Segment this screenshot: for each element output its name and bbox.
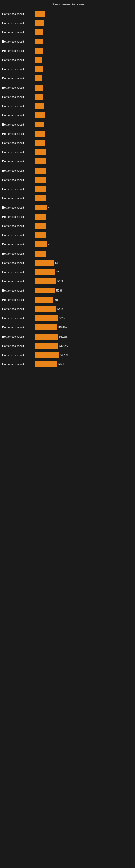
bar-label: Bottleneck result <box>0 243 35 246</box>
bar-track <box>35 66 132 72</box>
bar-track <box>35 85 132 91</box>
bar-label: Bottleneck result <box>0 280 35 283</box>
bar-track <box>35 112 132 118</box>
bar-fill <box>35 278 56 284</box>
bar-row: Bottleneck result <box>0 74 132 82</box>
bar-row: Bottleneck result <box>0 222 132 230</box>
bar-fill <box>35 177 46 183</box>
bar-track <box>35 223 132 229</box>
bar-track: 55.4% <box>35 324 132 330</box>
bar-track: 54.3 <box>35 278 132 284</box>
bar-row: Bottleneck result <box>0 10 132 18</box>
bar-row: Bottleneck result52.9 <box>0 287 132 294</box>
bar-label: Bottleneck result <box>0 326 35 329</box>
bar-fill <box>35 287 55 293</box>
bar-fill <box>35 66 43 72</box>
bar-value: 54.2 <box>57 307 63 311</box>
bar-row: Bottleneck result <box>0 231 132 239</box>
bar-label: Bottleneck result <box>0 289 35 292</box>
bar-track <box>35 57 132 63</box>
bar-label: Bottleneck result <box>0 178 35 182</box>
bar-track <box>35 214 132 220</box>
bar-row: Bottleneck result55.4% <box>0 323 132 331</box>
bar-label: Bottleneck result <box>0 104 35 108</box>
bar-track <box>35 167 132 174</box>
bar-fill <box>35 38 43 44</box>
bar-row: Bottleneck result <box>0 121 132 128</box>
bar-label: Bottleneck result <box>0 22 35 25</box>
bar-fill <box>35 205 47 211</box>
bar-track <box>35 48 132 54</box>
bar-row: Bottleneck result56% <box>0 314 132 322</box>
bar-row: Bottleneck result56.2% <box>0 333 132 340</box>
bar-fill <box>35 186 46 192</box>
bar-fill <box>35 20 44 26</box>
bar-track <box>35 103 132 109</box>
bar-row: Bottleneck result <box>0 56 132 64</box>
bar-fill <box>35 167 46 174</box>
bar-row: Bottleneck result55.1 <box>0 361 132 368</box>
bar-label: Bottleneck result <box>0 169 35 172</box>
bar-label: Bottleneck result <box>0 58 35 62</box>
bar-value: 4 <box>48 243 50 246</box>
bar-row: Bottleneck result54.2 <box>0 305 132 313</box>
bar-fill <box>35 48 43 54</box>
bar-row: Bottleneck result52. <box>0 268 132 276</box>
bar-label: Bottleneck result <box>0 316 35 320</box>
bar-fill <box>35 223 46 229</box>
bar-track: 50 <box>35 297 132 303</box>
bar-row: Bottleneck result <box>0 194 132 202</box>
bar-value: 56.6% <box>59 344 68 347</box>
bar-track <box>35 177 132 183</box>
bar-value: 55.4% <box>58 326 67 329</box>
bar-label: Bottleneck result <box>0 49 35 52</box>
bar-label: Bottleneck result <box>0 344 35 347</box>
bar-fill <box>35 324 57 330</box>
bar-track: 4 <box>35 205 132 211</box>
bar-value: 50 <box>54 298 58 301</box>
bar-track <box>35 232 132 238</box>
bar-fill <box>35 343 58 349</box>
bar-label: Bottleneck result <box>0 234 35 237</box>
bar-row: Bottleneck result50 <box>0 296 132 304</box>
bar-track: 56.6% <box>35 343 132 349</box>
bar-value: 52.9 <box>56 289 62 292</box>
bar-row: Bottleneck result <box>0 65 132 73</box>
bar-track <box>35 195 132 201</box>
bar-label: Bottleneck result <box>0 261 35 265</box>
bar-row: Bottleneck result51 <box>0 259 132 267</box>
bar-row: Bottleneck result4 <box>0 241 132 248</box>
bar-label: Bottleneck result <box>0 12 35 16</box>
bar-label: Bottleneck result <box>0 123 35 126</box>
bar-value: 51 <box>55 261 58 265</box>
bar-label: Bottleneck result <box>0 197 35 200</box>
bar-fill <box>35 260 54 266</box>
bar-label: Bottleneck result <box>0 335 35 338</box>
site-title: TheBottlenecker.com <box>51 2 84 6</box>
bar-fill <box>35 214 46 220</box>
bar-track <box>35 11 132 17</box>
bar-track: 54.2 <box>35 306 132 312</box>
bar-fill <box>35 306 56 312</box>
bar-label: Bottleneck result <box>0 363 35 366</box>
bar-fill <box>35 158 46 164</box>
bar-row: Bottleneck result <box>0 250 132 257</box>
bar-track: 57.1% <box>35 352 132 358</box>
bar-track: 51 <box>35 260 132 266</box>
bar-label: Bottleneck result <box>0 271 35 274</box>
bar-track <box>35 20 132 26</box>
bar-value: 54.3 <box>57 280 63 283</box>
bar-fill <box>35 94 43 100</box>
bar-row: Bottleneck result <box>0 19 132 27</box>
bar-label: Bottleneck result <box>0 40 35 43</box>
bar-row: Bottleneck result <box>0 84 132 91</box>
bar-fill <box>35 131 45 137</box>
bar-label: Bottleneck result <box>0 151 35 154</box>
bar-row: Bottleneck result <box>0 158 132 165</box>
bar-fill <box>35 297 53 303</box>
bar-label: Bottleneck result <box>0 187 35 191</box>
bar-track <box>35 251 132 257</box>
bar-track <box>35 158 132 164</box>
bar-track: 56% <box>35 315 132 321</box>
chart-container: Bottleneck resultBottleneck resultBottle… <box>0 7 135 372</box>
